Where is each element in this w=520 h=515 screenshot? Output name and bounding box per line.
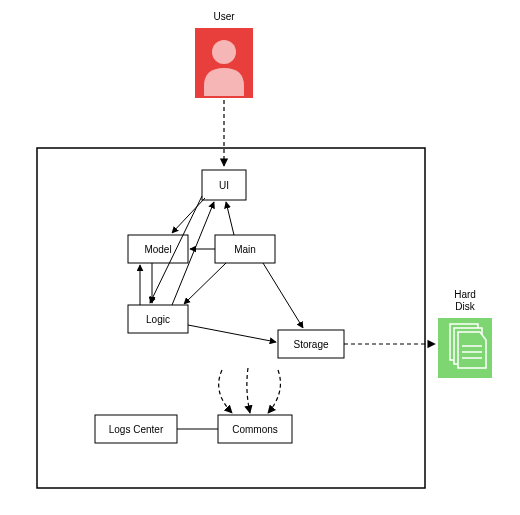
harddisk-label-1: Hard — [454, 289, 476, 300]
node-logs-center: Logs Center — [95, 415, 177, 443]
user-label: User — [213, 11, 235, 22]
user-icon-body — [204, 68, 244, 96]
edge-dashed-to-commons-3 — [268, 370, 280, 413]
node-model: Model — [128, 235, 188, 263]
edge-main-to-logic — [184, 263, 226, 304]
edge-main-to-storage — [263, 263, 303, 328]
node-storage-label: Storage — [293, 339, 328, 350]
node-commons-label: Commons — [232, 424, 278, 435]
node-main-label: Main — [234, 244, 256, 255]
node-logic-label: Logic — [146, 314, 170, 325]
node-main: Main — [215, 235, 275, 263]
edge-logic-to-storage — [188, 325, 276, 342]
documents-icon — [450, 324, 486, 368]
edge-ui-to-model — [172, 198, 205, 233]
harddisk-label-2: Disk — [455, 301, 475, 312]
edge-main-to-ui — [226, 202, 234, 235]
user-actor: User — [195, 11, 253, 98]
node-ui: UI — [202, 170, 246, 200]
user-icon-head — [212, 40, 236, 64]
node-logs-center-label: Logs Center — [109, 424, 164, 435]
edge-dashed-to-commons-2 — [247, 368, 250, 413]
edge-dashed-to-commons-1 — [219, 370, 232, 413]
node-ui-label: UI — [219, 180, 229, 191]
node-model-label: Model — [144, 244, 171, 255]
node-commons: Commons — [218, 415, 292, 443]
node-storage: Storage — [278, 330, 344, 358]
architecture-diagram: User UI Main Model Logic Storage Commons — [0, 0, 520, 515]
node-logic: Logic — [128, 305, 188, 333]
harddisk-actor: Hard Disk — [438, 289, 492, 378]
